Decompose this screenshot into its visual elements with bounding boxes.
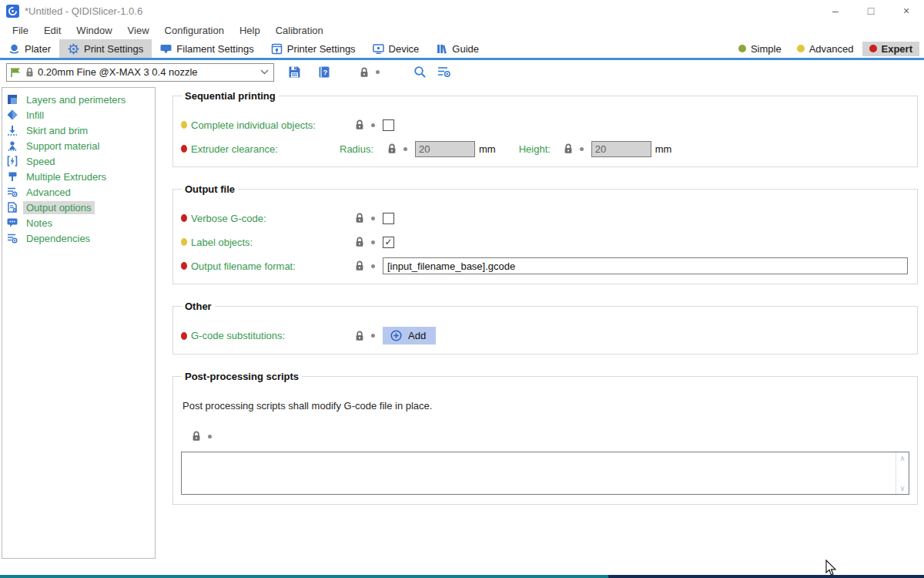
sync-dot-icon <box>376 70 380 74</box>
lock-icon[interactable] <box>387 143 397 154</box>
textarea-scrollbar[interactable]: ∧ ∨ <box>896 452 909 494</box>
advanced-list-gear-icon <box>6 187 18 197</box>
mode-simple[interactable]: Simple <box>732 42 788 56</box>
lock-icon[interactable] <box>355 260 364 271</box>
lock-icon[interactable] <box>355 119 364 130</box>
option-bullet-icon <box>181 145 187 153</box>
status-bar-navy-segment <box>608 575 924 578</box>
lock-icon[interactable] <box>355 213 364 223</box>
save-preset-icon[interactable] <box>288 66 301 79</box>
tab-label: Printer Settings <box>287 43 356 55</box>
tab-label: Device <box>389 43 420 55</box>
preset-lock-icon <box>25 67 34 77</box>
compare-presets-icon[interactable]: ? <box>318 66 330 79</box>
search-icon[interactable] <box>413 66 427 79</box>
tab-label: Filament Settings <box>176 43 253 55</box>
output-filename-format-input[interactable] <box>383 257 908 274</box>
option-label: Output filename format: <box>191 260 296 272</box>
sidebar-item-skirt-and-brim[interactable]: Skirt and brim <box>6 123 155 138</box>
height-label: Height: <box>519 143 564 155</box>
menu-window[interactable]: Window <box>69 23 119 38</box>
add-substitution-button[interactable]: Add <box>383 327 436 344</box>
revert-dot-icon <box>371 217 375 220</box>
mode-switcher: Simple Advanced Expert <box>730 39 924 58</box>
option-label: G-code substitutions: <box>191 330 285 341</box>
tab-plater[interactable]: Plater <box>0 39 59 58</box>
scroll-down-icon[interactable]: ∨ <box>899 484 905 492</box>
complete-individual-objects-checkbox[interactable] <box>383 119 394 131</box>
title-bar: *Untitled - QIDISlicer-1.0.6 – □ × <box>0 0 924 22</box>
tab-guide[interactable]: Guide <box>427 39 487 58</box>
tab-device[interactable]: Device <box>364 39 428 58</box>
settings-search-icon[interactable] <box>437 66 451 78</box>
minimize-button[interactable]: – <box>818 0 853 22</box>
support-material-icon <box>6 140 18 151</box>
layers-icon <box>6 94 18 105</box>
section-other: Other G-code substitutions: Add <box>172 301 918 355</box>
status-bar <box>0 575 924 578</box>
menu-calibration[interactable]: Calibration <box>268 23 331 38</box>
tab-printer-settings[interactable]: Printer Settings <box>263 39 364 58</box>
verbose-gcode-checkbox[interactable] <box>383 213 394 224</box>
menu-help[interactable]: Help <box>232 23 268 38</box>
revert-dot-icon <box>371 334 375 338</box>
sidebar-item-label: Multiple Extruders <box>23 170 109 183</box>
printer-icon <box>271 43 283 55</box>
option-bullet-icon <box>181 332 187 340</box>
height-unit: mm <box>655 143 672 155</box>
output-options-icon <box>6 202 18 213</box>
add-button-label: Add <box>408 330 426 341</box>
option-row-output-filename-format: Output filename format: <box>181 257 909 274</box>
sidebar-item-label: Infill <box>23 109 47 122</box>
mode-expert[interactable]: Expert <box>862 42 919 56</box>
status-bar-teal-segment <box>0 575 608 578</box>
sidebar-item-dependencies[interactable]: Dependencies <box>6 230 155 246</box>
tab-print-settings[interactable]: Print Settings <box>59 39 152 58</box>
option-label: Label objects: <box>191 237 253 248</box>
skirt-brim-icon <box>6 125 18 136</box>
filament-icon <box>160 43 172 55</box>
mouse-cursor <box>825 560 838 576</box>
sidebar-item-layers-and-perimeters[interactable]: Layers and perimeters <box>6 92 155 107</box>
lock-icon[interactable] <box>360 67 369 78</box>
menu-edit[interactable]: Edit <box>36 23 69 38</box>
sidebar-item-label: Dependencies <box>23 232 93 245</box>
sidebar-item-label: Support material <box>23 139 102 153</box>
sidebar-item-advanced[interactable]: Advanced <box>6 184 155 200</box>
tab-label: Plater <box>25 43 51 55</box>
scroll-up-icon[interactable]: ∧ <box>899 454 905 462</box>
guide-books-icon <box>436 43 447 55</box>
sidebar-item-label: Layers and perimeters <box>23 93 129 106</box>
sidebar-item-infill[interactable]: Infill <box>6 107 155 123</box>
post-processing-script-textarea[interactable] <box>182 452 895 494</box>
extruder-clearance-radius-input[interactable] <box>415 141 475 157</box>
label-objects-checkbox[interactable]: ✓ <box>383 237 394 248</box>
close-button[interactable]: × <box>889 0 924 22</box>
mode-advanced[interactable]: Advanced <box>790 42 861 56</box>
sidebar-item-notes[interactable]: Notes <box>6 215 155 230</box>
lock-icon[interactable] <box>355 237 364 247</box>
preset-combobox[interactable]: 0.20mm Fine @X-MAX 3 0.4 nozzle <box>6 63 274 82</box>
lock-icon[interactable] <box>355 331 364 341</box>
sidebar-item-speed[interactable]: Speed <box>6 153 155 169</box>
menu-view[interactable]: View <box>120 23 157 38</box>
sidebar-item-multiple-extruders[interactable]: Multiple Extruders <box>6 169 155 184</box>
tab-filament-settings[interactable]: Filament Settings <box>152 39 262 58</box>
menu-configuration[interactable]: Configuration <box>157 23 232 38</box>
speed-icon <box>6 156 18 166</box>
lock-icon[interactable] <box>564 143 573 154</box>
maximize-button[interactable]: □ <box>853 0 889 22</box>
option-row-label-objects: Label objects: ✓ <box>181 234 909 250</box>
option-bullet-icon <box>181 121 187 129</box>
lock-icon[interactable] <box>192 431 201 442</box>
lock-indicator-group <box>360 67 380 78</box>
sidebar-item-label: Advanced <box>23 186 74 199</box>
sidebar-item-support-material[interactable]: Support material <box>6 138 155 153</box>
extruder-clearance-height-input[interactable] <box>591 141 651 157</box>
sidebar-item-output-options[interactable]: Output options <box>6 200 155 215</box>
sidebar-item-label: Output options <box>23 201 95 214</box>
section-title: Output file <box>182 183 238 195</box>
menu-file[interactable]: File <box>5 23 36 38</box>
option-row-extruder-clearance: Extruder clearance: Radius: mm Height: m… <box>181 140 909 157</box>
svg-text:?: ? <box>323 68 327 76</box>
